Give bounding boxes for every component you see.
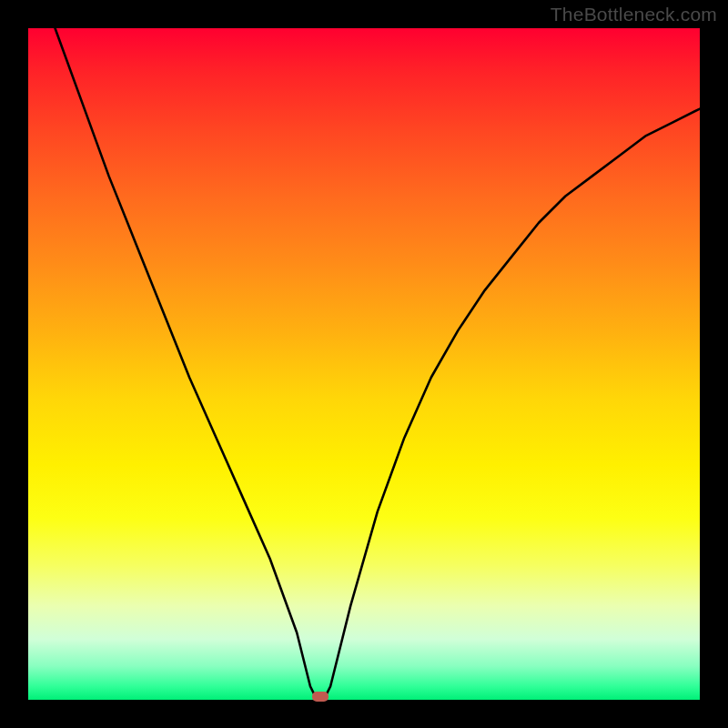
watermark-text: TheBottleneck.com — [551, 4, 717, 25]
chart-curve — [28, 28, 700, 700]
optimal-point-marker — [312, 692, 329, 702]
